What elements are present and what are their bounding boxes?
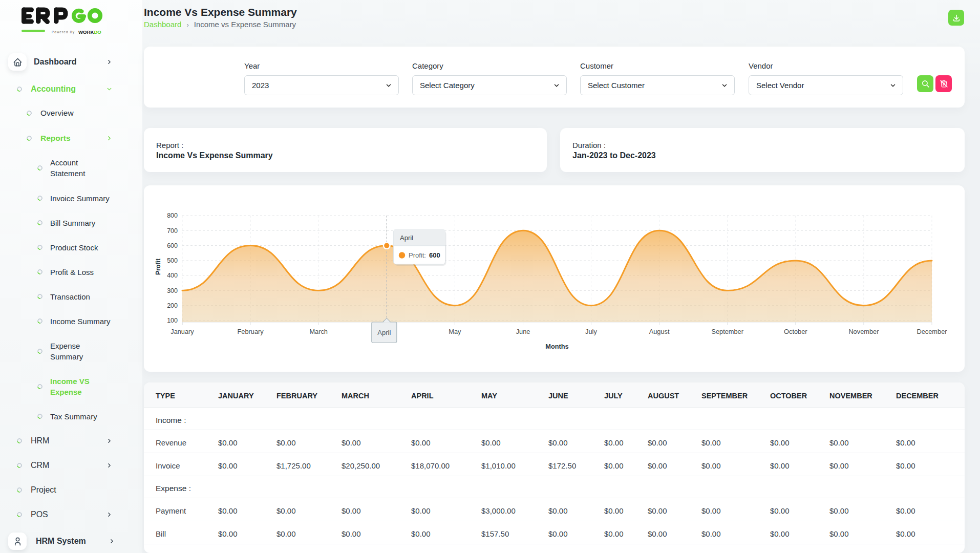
svg-text:April: April — [377, 329, 391, 336]
svg-text:December: December — [917, 328, 947, 335]
svg-text:January: January — [171, 328, 194, 335]
svg-text:800: 800 — [167, 212, 178, 219]
svg-text:June: June — [516, 328, 530, 335]
svg-text:Months: Months — [545, 343, 569, 350]
svg-text:July: July — [585, 328, 597, 335]
svg-text:February: February — [237, 328, 264, 335]
svg-text:500: 500 — [167, 257, 178, 264]
svg-text:Powered By: Powered By — [52, 30, 75, 34]
svg-text:September: September — [711, 328, 743, 335]
svg-text:700: 700 — [167, 227, 178, 235]
svg-text:Profit: Profit — [155, 259, 162, 275]
svg-text:200: 200 — [167, 302, 178, 309]
svg-text:600: 600 — [429, 251, 440, 259]
svg-text:August: August — [649, 328, 670, 335]
svg-text:WORKDO: WORKDO — [78, 29, 101, 35]
svg-text:November: November — [848, 328, 879, 335]
svg-text:April: April — [400, 234, 413, 242]
svg-text:Profit:: Profit: — [409, 251, 426, 259]
svg-text:October: October — [784, 328, 807, 335]
svg-text:400: 400 — [167, 272, 178, 279]
svg-text:March: March — [309, 328, 328, 335]
svg-text:600: 600 — [167, 242, 178, 249]
svg-text:May: May — [449, 328, 461, 335]
svg-text:100: 100 — [167, 317, 178, 324]
svg-text:300: 300 — [167, 287, 178, 294]
